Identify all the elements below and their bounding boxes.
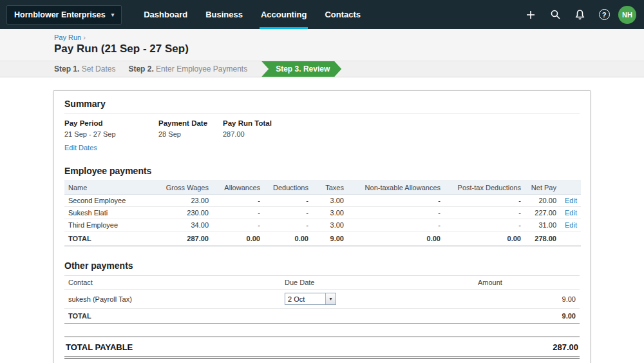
pay-run-review-card: Summary Pay Period 21 Sep - 27 Sep Edit … [53,90,591,363]
add-button[interactable] [520,5,541,25]
steps-bar: Step 1. Set Dates Step 2. Enter Employee… [0,61,644,77]
total-payable-label: TOTAL PAYABLE [66,342,133,352]
search-icon [550,9,561,20]
table-row: Third Employee 34.00 - - 3.00 - - 31.00 … [64,219,581,231]
due-date-select[interactable]: 2 Oct ▾ [285,293,336,305]
chevron-down-icon: ▾ [325,293,336,304]
col-allowances: Allowances [213,181,264,195]
nav-item-business[interactable]: Business [196,0,252,29]
col-gross-wages: Gross Wages [155,181,213,195]
col-posttax-deductions: Post-tax Deductions [444,181,525,195]
page-header: Pay Run› Pay Run (21 Sep - 27 Sep) [0,29,644,61]
table-row: Sukesh Elati 230.00 - - 3.00 - - 227.00 … [64,207,581,219]
help-button[interactable]: ? [594,5,614,25]
chevron-right-icon: › [83,34,86,41]
pay-run-total-column: Pay Run Total 287.00 [223,119,272,152]
search-button[interactable] [545,5,565,25]
col-edit [560,181,581,195]
total-payable-value: 287.00 [553,342,578,352]
col-taxes: Taxes [312,181,348,195]
edit-row-link[interactable]: Edit [560,219,581,231]
avatar[interactable]: NH [618,6,636,24]
nav-item-dashboard[interactable]: Dashboard [135,0,196,29]
chevron-down-icon: ▾ [111,12,115,18]
payment-date-label: Payment Date [158,119,223,127]
table-row: Second Employee 23.00 - - 3.00 - - 20.00… [64,195,581,207]
col-net-pay: Net Pay [525,181,560,195]
breadcrumb: Pay Run› [54,34,644,41]
step-3-review[interactable]: Step 3. Review [261,61,341,77]
main-nav: Dashboard Business Accounting Contacts [135,0,370,29]
col-amount: Amount [474,276,580,289]
col-due-date: Due Date [281,276,474,289]
col-contact: Contact [64,276,281,289]
col-deductions: Deductions [264,181,312,195]
table-header-row: Name Gross Wages Allowances Deductions T… [64,181,581,195]
question-mark-icon: ? [599,9,610,20]
navbar-actions: ? NH [520,5,644,25]
step-2-enter-employee-payments[interactable]: Step 2. Enter Employee Payments [128,64,247,74]
employee-payments-total-row: TOTAL 287.00 0.00 0.00 9.00 0.00 0.00 27… [64,231,581,246]
org-name: Hornblower Enterprises [14,10,106,19]
other-payments-heading: Other payments [64,260,580,271]
total-payable-row: TOTAL PAYABLE 287.00 [64,337,580,357]
pay-run-total-value: 287.00 [223,130,272,138]
edit-row-link[interactable]: Edit [560,207,581,219]
edit-row-link[interactable]: Edit [560,195,581,207]
page-title: Pay Run (21 Sep - 27 Sep) [54,43,644,55]
col-name: Name [64,181,155,195]
plus-icon [526,10,536,20]
col-nontax-allowances: Non-taxable Allowances [348,181,444,195]
employee-payments-heading: Employee payments [64,166,580,176]
summary-grid: Pay Period 21 Sep - 27 Sep Edit Dates Pa… [64,119,580,152]
top-navbar: Hornblower Enterprises ▾ Dashboard Busin… [0,0,644,29]
notifications-button[interactable] [569,5,590,25]
pay-run-total-label: Pay Run Total [223,119,272,127]
nav-item-accounting[interactable]: Accounting [252,0,316,29]
table-row: sukesh (Payroll Tax) 2 Oct ▾ 9.00 [64,289,580,309]
bell-icon [574,9,585,20]
summary-heading: Summary [64,99,580,113]
pay-period-label: Pay Period [64,119,158,127]
nav-item-contacts[interactable]: Contacts [316,0,370,29]
pay-period-column: Pay Period 21 Sep - 27 Sep Edit Dates [64,119,158,152]
payment-date-column: Payment Date 28 Sep [158,119,223,152]
due-date-selected-value: 2 Oct [285,295,325,303]
other-payments-table: Contact Due Date Amount sukesh (Payroll … [64,275,580,324]
org-switcher[interactable]: Hornblower Enterprises ▾ [6,5,122,25]
pay-period-value: 21 Sep - 27 Sep [64,130,158,138]
table-header-row: Contact Due Date Amount [64,276,580,289]
employee-payments-table: Name Gross Wages Allowances Deductions T… [64,181,581,246]
other-payments-total-row: TOTAL 9.00 [64,309,580,324]
breadcrumb-pay-run-link[interactable]: Pay Run [54,34,81,41]
edit-dates-link[interactable]: Edit Dates [64,144,158,152]
total-payable-double-rule [64,357,580,359]
step-1-set-dates[interactable]: Step 1. Set Dates [54,64,115,74]
payment-date-value: 28 Sep [158,130,223,138]
